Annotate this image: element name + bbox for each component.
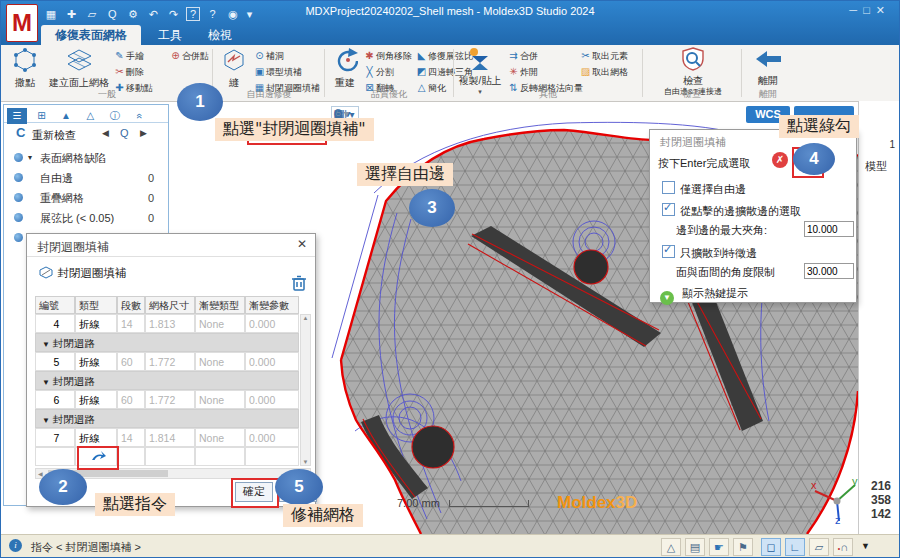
minimize-button[interactable]: ─	[849, 4, 863, 16]
next-defect-icon[interactable]: ▶	[140, 128, 147, 138]
stitch-icon	[221, 47, 247, 73]
extract-element-button[interactable]: ✂取出元素	[579, 48, 628, 63]
status-dot-icon	[14, 153, 23, 162]
tree-root-row[interactable]: ▾ 表面網格缺陷	[4, 149, 168, 167]
prev-defect-icon[interactable]: ◀	[102, 128, 109, 138]
merge-points-button[interactable]: ⊕合併點	[169, 48, 209, 63]
fill-hole-button[interactable]: ⊙補洞	[253, 48, 284, 63]
option-free-edge-only[interactable]: 僅選擇自由邊	[662, 180, 746, 197]
scatter-points-button[interactable]: 撒點	[5, 47, 45, 90]
box-select-toggle[interactable]: ◻	[761, 538, 781, 556]
collapse-panel-icon[interactable]: «	[131, 106, 147, 126]
create-mesh-on-face-icon	[64, 47, 94, 73]
annotation-circle-5: 5	[275, 469, 323, 505]
split-icon: ╳	[363, 64, 376, 79]
col-header-gradparam: 漸變參數	[245, 296, 299, 314]
plane-toggle[interactable]: ▱	[809, 538, 829, 556]
rebuild-button[interactable]: 重建	[328, 47, 362, 90]
loop-group-row[interactable]: ▼ 封閉迴路	[35, 409, 299, 428]
model-tree-panel: 1 模型	[858, 101, 900, 534]
tab-list-icon[interactable]: ☰	[7, 108, 27, 124]
zoom-defect-icon[interactable]: Q	[120, 127, 129, 139]
annotation-label-2: 點選指令	[95, 493, 175, 516]
model-label[interactable]: 模型	[865, 159, 887, 174]
delete-all-trash-icon[interactable]	[291, 274, 307, 292]
hotkey-hint-row[interactable]: ▼ 顯示熱鍵提示	[660, 286, 748, 305]
vertical-scrollbar[interactable]: ▲ ▼	[300, 314, 311, 466]
group-label-check: 檢查	[645, 88, 739, 101]
chamfer-remove-icon: ✱	[363, 48, 376, 63]
tab-view[interactable]: 檢視	[197, 25, 243, 45]
scatter-points-icon	[12, 47, 38, 73]
hand-draw-button[interactable]: ✎手繪	[113, 48, 144, 63]
close-button[interactable]: ✕	[876, 4, 891, 16]
face-angle-limit-row: 面與面間的角度限制	[676, 265, 775, 280]
group-label-free-edge-repair: 自由邊修復	[215, 88, 323, 101]
pick-hand-icon[interactable]: ☛	[709, 538, 729, 556]
extract-mesh-button[interactable]: ▨取出網格	[579, 64, 628, 79]
create-mesh-on-face-button[interactable]: 建立面上網格	[47, 47, 111, 90]
dialog-close-icon[interactable]: ✕	[297, 237, 307, 251]
closed-loop-fill-dialog: 封閉迴圈填補 ✕ 封閉迴圈填補 編號 類型 段數 網格尺寸 漸變類型 漸變參數 …	[26, 233, 316, 507]
tab-tree-icon[interactable]: ⊞	[31, 108, 51, 124]
tab-info-icon[interactable]: ⓘ	[105, 108, 125, 124]
axis-x-label: x	[811, 479, 817, 491]
explode-button[interactable]: ✳炸開	[507, 64, 538, 79]
ortho-toggle[interactable]: ∟	[785, 538, 805, 556]
checkbox-icon[interactable]	[662, 181, 675, 194]
maximize-button[interactable]: □	[863, 4, 876, 16]
statusbar-dropdown-icon[interactable]: ▼	[861, 541, 870, 551]
annotation-label-4: 點選綠勾	[779, 115, 859, 138]
exit-button[interactable]: 離開	[747, 47, 789, 88]
ok-button-highlight	[231, 478, 279, 508]
flag-note-icon[interactable]: ⚑	[733, 538, 753, 556]
recheck-toolbar: C 重新檢查 ◀ Q ▶	[4, 125, 168, 145]
hint-expand-icon: ▼	[660, 291, 674, 305]
option-expand-from-clicked[interactable]: 從點擊的邊擴散邊的選取	[662, 202, 801, 219]
coordinate-readout: 216358142	[857, 479, 891, 521]
mesh-tool-icon[interactable]: △	[661, 538, 681, 556]
annotation-label-1: 點選"封閉迴圈填補"	[215, 118, 374, 141]
group-label-other: 其他	[456, 88, 640, 101]
split-button[interactable]: ╳分割	[363, 64, 394, 79]
panel-tab-strip: ☰ ⊞ ▲ △ ⓘ «	[4, 105, 168, 123]
stitch-button[interactable]: 縫	[217, 47, 251, 90]
recheck-button[interactable]: 重新檢查	[32, 128, 76, 143]
enter-prompt: 按下Enter完成選取	[658, 156, 750, 171]
tree-item-free-edges[interactable]: 自由邊0	[4, 169, 168, 187]
tab-repair-surface-mesh[interactable]: 修復表面網格	[41, 25, 141, 45]
tab-model-icon[interactable]: △	[80, 108, 100, 124]
check-free-edge-icon	[681, 47, 705, 71]
option-feature-edge-only[interactable]: 只擴散到特徵邊	[662, 244, 757, 261]
tree-item-aspect-ratio[interactable]: 展弦比 (< 0.05)0	[4, 209, 168, 227]
tab-tools[interactable]: 工具	[147, 25, 193, 45]
delete-button[interactable]: ✂刪除	[113, 64, 144, 79]
delete-icon: ✂	[113, 64, 126, 79]
annotation-circle-4: 4	[793, 143, 835, 175]
hand-draw-icon: ✎	[113, 48, 126, 63]
snap-toggle[interactable]: •∩	[833, 538, 853, 556]
chamfer-remove-button[interactable]: ✱倒角移除	[363, 48, 412, 63]
cancel-selection-icon[interactable]: ✗	[772, 152, 788, 168]
merge-button[interactable]: ⇉合併	[507, 48, 538, 63]
tab-mesh-icon[interactable]: ▲	[56, 108, 76, 124]
loop-group-row[interactable]: ▼ 封閉迴路	[35, 371, 299, 390]
add-loop-highlight	[77, 446, 119, 470]
report-icon[interactable]: ▤	[685, 538, 705, 556]
max-edge-angle-input[interactable]	[804, 221, 854, 237]
tree-item-overlap-mesh[interactable]: 重疊網格0	[4, 189, 168, 207]
extract-element-icon: ✂	[579, 48, 592, 63]
checkbox-icon[interactable]	[662, 245, 675, 258]
status-bar: i 指令 < 封閉迴圈填補 > △ ▤ ☛ ⚑ ◻ ∟ ▱ •∩ ▼	[1, 534, 899, 558]
face-angle-limit-input[interactable]	[804, 263, 854, 279]
expand-caret-icon[interactable]: ▾	[28, 149, 32, 167]
refresh-icon[interactable]: C	[16, 125, 25, 140]
checkbox-icon[interactable]	[662, 203, 675, 216]
ring-fill-button[interactable]: ▣環型填補	[253, 64, 302, 79]
loop-table: 編號 類型 段數 網格尺寸 漸變類型 漸變參數 4 折線 14 1.813 No…	[35, 296, 311, 466]
loop-group-row[interactable]: ▼ 封閉迴路	[35, 333, 299, 352]
axis-triad: x y z	[809, 477, 859, 525]
group-label-exit: 離開	[743, 88, 793, 101]
annotation-label-3: 選擇自由邊	[357, 163, 453, 186]
annotation-circle-1: 1	[177, 83, 223, 121]
